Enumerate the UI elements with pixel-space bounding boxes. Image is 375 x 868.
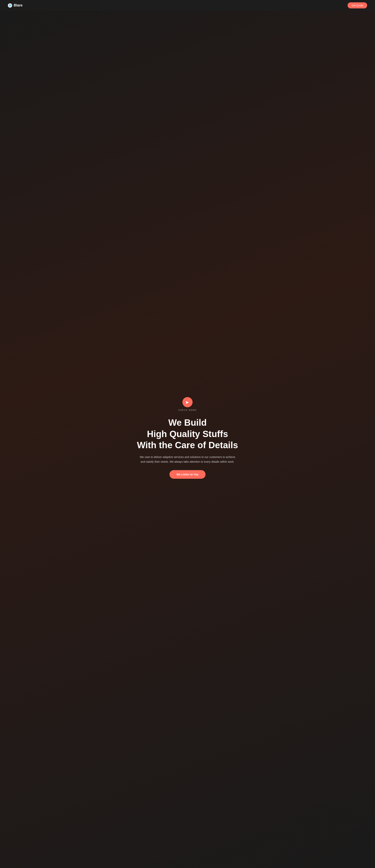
nav-brand-name: Blare: [14, 3, 23, 7]
hero-headline-line2: High Quality Stuffs: [137, 428, 238, 440]
hero-content: ▶ CHECK DEMO We Build High Quality Stuff…: [137, 397, 238, 478]
hero-cta-button[interactable]: We Listen to You: [170, 470, 205, 479]
hero-play-button[interactable]: ▶: [182, 397, 193, 407]
nav-logo: 🌐 Blare: [8, 3, 23, 8]
hero-section: ▶ CHECK DEMO We Build High Quality Stuff…: [0, 0, 375, 868]
hero-headline: We Build High Quality Stuffs With the Ca…: [137, 417, 238, 451]
nav-get-quote-button[interactable]: Get Quote: [348, 2, 367, 8]
hero-description: We care to deliver adaptive services and…: [139, 455, 236, 464]
hero-headline-line3: With the Care of Details: [137, 440, 238, 450]
nav-logo-icon: 🌐: [8, 3, 12, 8]
hero-check-demo-label: CHECK DEMO: [137, 409, 238, 411]
hero-headline-line1: We Build: [168, 417, 207, 428]
navbar: 🌐 Blare Get Quote: [0, 0, 375, 11]
